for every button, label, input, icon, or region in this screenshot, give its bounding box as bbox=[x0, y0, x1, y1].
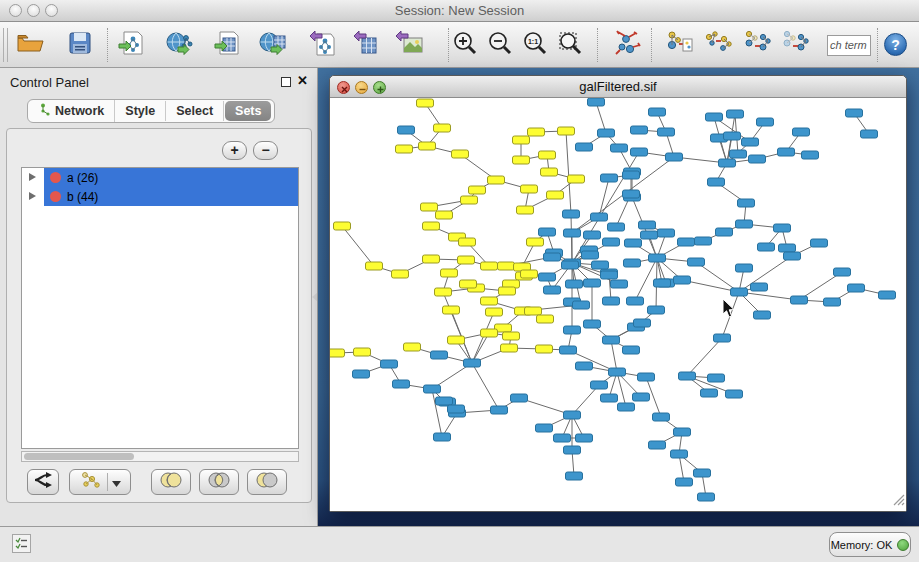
toolbar-drag-handle[interactable] bbox=[3, 28, 8, 62]
network-node[interactable] bbox=[354, 348, 371, 356]
network-node[interactable] bbox=[576, 434, 593, 442]
network-node[interactable] bbox=[460, 280, 477, 288]
network-node[interactable] bbox=[716, 228, 733, 236]
network-node[interactable] bbox=[393, 380, 410, 388]
split-sets-button[interactable] bbox=[27, 469, 59, 495]
tab-select[interactable]: Select bbox=[166, 101, 224, 121]
network-node[interactable] bbox=[731, 288, 748, 296]
resize-grip[interactable] bbox=[891, 492, 905, 510]
network-node[interactable] bbox=[846, 109, 863, 117]
network-node[interactable] bbox=[778, 148, 795, 156]
network-node[interactable] bbox=[736, 264, 753, 272]
network-node[interactable] bbox=[834, 268, 851, 276]
network-node[interactable] bbox=[779, 244, 796, 252]
network-node[interactable] bbox=[584, 320, 601, 328]
network-node[interactable] bbox=[738, 199, 755, 207]
network-node[interactable] bbox=[603, 336, 620, 344]
network-node[interactable] bbox=[381, 360, 398, 368]
network-node[interactable] bbox=[498, 262, 515, 270]
network-node[interactable] bbox=[539, 273, 556, 281]
network-node[interactable] bbox=[537, 315, 554, 323]
network-node[interactable] bbox=[658, 229, 675, 237]
network-node[interactable] bbox=[330, 349, 345, 357]
scrollbar-thumb[interactable] bbox=[24, 453, 134, 460]
network-node[interactable] bbox=[434, 433, 451, 441]
network-node[interactable] bbox=[584, 279, 601, 287]
network-node[interactable] bbox=[398, 126, 415, 134]
network-node[interactable] bbox=[649, 108, 666, 116]
network-node[interactable] bbox=[459, 238, 476, 246]
network-node[interactable] bbox=[730, 150, 747, 158]
horizontal-scrollbar[interactable] bbox=[21, 451, 299, 462]
network-node[interactable] bbox=[623, 190, 640, 198]
network-node[interactable] bbox=[558, 127, 575, 135]
network-node[interactable] bbox=[674, 428, 691, 436]
network-node[interactable] bbox=[499, 287, 516, 295]
intersection-button[interactable] bbox=[199, 469, 239, 495]
network-node[interactable] bbox=[554, 434, 571, 442]
network-node[interactable] bbox=[601, 271, 618, 279]
network-node[interactable] bbox=[724, 132, 741, 140]
network-node[interactable] bbox=[751, 283, 768, 291]
network-node[interactable] bbox=[525, 307, 542, 315]
tab-style[interactable]: Style bbox=[115, 101, 166, 121]
network-node[interactable] bbox=[736, 220, 753, 228]
network-node[interactable] bbox=[601, 394, 618, 402]
network-node[interactable] bbox=[824, 298, 841, 306]
network-node[interactable] bbox=[528, 128, 545, 136]
network-view-window[interactable]: galFiltered.sif bbox=[329, 75, 907, 512]
network-node[interactable] bbox=[564, 229, 581, 237]
network-node[interactable] bbox=[698, 493, 715, 501]
network-node[interactable] bbox=[623, 171, 640, 179]
network-node[interactable] bbox=[774, 224, 791, 232]
union-button[interactable] bbox=[151, 469, 191, 495]
network-node[interactable] bbox=[521, 270, 538, 278]
network-node[interactable] bbox=[658, 128, 675, 136]
network-node[interactable] bbox=[611, 144, 628, 152]
zoom-actual-button[interactable]: 1:1 bbox=[518, 29, 552, 61]
network-node[interactable] bbox=[536, 345, 553, 353]
task-monitor-button[interactable] bbox=[12, 534, 31, 553]
network-node[interactable] bbox=[564, 446, 581, 454]
add-set-button[interactable]: + bbox=[222, 141, 247, 160]
network-node[interactable] bbox=[584, 231, 601, 239]
window-titlebar[interactable]: Session: New Session bbox=[0, 0, 919, 22]
help-button[interactable]: ? bbox=[884, 33, 907, 56]
network-node[interactable] bbox=[714, 334, 731, 342]
network-node[interactable] bbox=[625, 239, 642, 247]
network-node[interactable] bbox=[469, 186, 486, 194]
network-node[interactable] bbox=[706, 113, 723, 121]
difference-button[interactable] bbox=[247, 469, 287, 495]
network-node[interactable] bbox=[441, 269, 458, 277]
zoom-selected-button[interactable] bbox=[553, 29, 587, 61]
network-node[interactable] bbox=[624, 259, 641, 267]
network-window-titlebar[interactable]: galFiltered.sif bbox=[330, 76, 906, 98]
network-node[interactable] bbox=[421, 203, 438, 211]
network-node[interactable] bbox=[671, 450, 688, 458]
network-node[interactable] bbox=[611, 280, 628, 288]
network-node[interactable] bbox=[564, 326, 581, 334]
network-node[interactable] bbox=[366, 262, 383, 270]
network-node[interactable] bbox=[879, 291, 896, 299]
network-node[interactable] bbox=[513, 156, 530, 164]
create-set-button[interactable] bbox=[663, 29, 697, 61]
import-network-file-button[interactable] bbox=[114, 29, 148, 61]
network-node[interactable] bbox=[679, 372, 696, 380]
network-node[interactable] bbox=[719, 159, 736, 167]
network-node[interactable] bbox=[757, 118, 774, 126]
set-row-a[interactable]: a (26) bbox=[22, 168, 298, 187]
network-node[interactable] bbox=[491, 406, 508, 414]
network-node[interactable] bbox=[811, 239, 828, 247]
apply-layout-button[interactable] bbox=[610, 29, 644, 61]
network-node[interactable] bbox=[517, 206, 534, 214]
network-node[interactable] bbox=[633, 393, 650, 401]
network-node[interactable] bbox=[749, 155, 766, 163]
network-node[interactable] bbox=[634, 319, 651, 327]
network-node[interactable] bbox=[631, 126, 648, 134]
network-node[interactable] bbox=[423, 222, 440, 230]
network-node[interactable] bbox=[404, 343, 421, 351]
network-node[interactable] bbox=[566, 280, 583, 288]
zoom-out-button[interactable] bbox=[483, 29, 517, 61]
expand-triangle-icon[interactable] bbox=[29, 192, 36, 200]
network-node[interactable] bbox=[678, 238, 695, 246]
